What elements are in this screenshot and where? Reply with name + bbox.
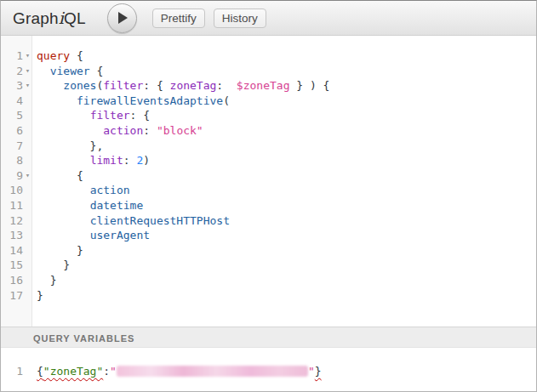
code-line: {"zoneTag":""}: [23, 364, 322, 379]
code-token: }: [37, 258, 70, 271]
code-token: {: [37, 365, 43, 378]
fold-arrow-icon[interactable]: ▾: [23, 168, 32, 184]
fold-gutter-spacer: [23, 198, 32, 213]
code-token: }: [37, 244, 83, 257]
line-number: 13: [1, 228, 23, 243]
variables-line: 1 {"zoneTag":""}: [1, 348, 536, 379]
query-editor[interactable]: 1▾query {2▾ viewer {3▾ zones(filter: { z…: [1, 36, 536, 327]
fold-gutter-spacer: [23, 213, 32, 229]
code-token: [37, 65, 50, 77]
code-token: datetime: [90, 199, 144, 212]
code-token: $zoneTag: [237, 79, 290, 92]
line-number: 3: [1, 78, 23, 94]
code-text: {: [32, 168, 83, 184]
code-line: 5 filter: {: [1, 108, 536, 123]
code-token: "zoneTag": [43, 365, 103, 378]
line-number: 2: [1, 64, 23, 79]
code-token: }: [315, 365, 322, 378]
fold-gutter-spacer: [23, 123, 32, 139]
query-variables-title: QUERY VARIABLES: [33, 333, 134, 344]
code-line: 9▾ {: [1, 168, 536, 184]
code-token: action: [90, 184, 130, 196]
code-token: firewallEventsAdaptive: [77, 94, 223, 107]
fold-gutter-spacer: [23, 94, 32, 109]
history-button[interactable]: History: [214, 9, 266, 28]
fold-gutter-spacer: [23, 108, 32, 123]
code-text: }: [32, 288, 43, 304]
toolbar: GraphiQL Prettify History: [1, 1, 536, 36]
code-token: "block": [157, 124, 203, 137]
fold-arrow-icon[interactable]: ▾: [23, 78, 32, 94]
code-line: 16 }: [1, 273, 536, 288]
line-number: 1: [1, 48, 23, 64]
code-token: [37, 79, 63, 92]
code-token: {: [37, 169, 83, 182]
execute-button[interactable]: [107, 3, 137, 33]
code-token: [37, 199, 90, 212]
fold-gutter-spacer: [23, 153, 32, 168]
code-line: 7 },: [1, 139, 536, 154]
line-number: 6: [1, 123, 23, 139]
line-number: 17: [1, 288, 23, 304]
code-token: limit: [90, 154, 123, 167]
code-text: zones(filter: { zoneTag: $zoneTag } ) {: [32, 78, 329, 94]
code-text: }: [32, 273, 56, 288]
code-text: }: [32, 258, 70, 273]
code-line: 2▾ viewer {: [1, 64, 536, 79]
line-number: 8: [1, 153, 23, 168]
code-token: (: [223, 94, 230, 107]
code-token: userAgent: [90, 229, 150, 241]
code-token: [37, 184, 90, 196]
logo-text-2: QL: [64, 9, 86, 27]
play-icon: [118, 12, 128, 24]
code-text: query {: [32, 48, 83, 64]
code-line: 6 action: "block": [1, 123, 536, 139]
code-text: userAgent: [32, 228, 150, 243]
code-token: :: [143, 124, 157, 137]
redacted-value: [117, 366, 308, 377]
fold-gutter-spacer: [23, 183, 32, 198]
fold-gutter-spacer: [23, 258, 32, 273]
code-token: action: [103, 124, 143, 137]
code-token: zoneTag: [170, 79, 217, 92]
code-token: {: [90, 65, 104, 77]
code-text: filter: {: [32, 108, 150, 123]
variables-editor[interactable]: 1 {"zoneTag":""}: [1, 348, 536, 391]
code-token: }: [37, 289, 43, 302]
code-token: [37, 94, 77, 107]
code-line: 8 limit: 2): [1, 153, 536, 168]
code-text: action: [32, 183, 130, 198]
fold-arrow-icon[interactable]: ▾: [23, 48, 32, 64]
code-token: [37, 229, 90, 241]
code-text: action: "block": [32, 123, 203, 139]
code-token: [37, 154, 90, 167]
code-token: filter: [103, 79, 143, 92]
prettify-button[interactable]: Prettify: [152, 9, 205, 28]
query-variables-header[interactable]: QUERY VARIABLES: [1, 327, 536, 348]
code-token: zones: [63, 79, 96, 92]
code-text: datetime: [32, 198, 143, 213]
code-token: }: [37, 274, 56, 287]
code-text: }: [32, 243, 83, 258]
line-number: 9: [1, 168, 23, 184]
line-number: 15: [1, 258, 23, 273]
line-number: 4: [1, 94, 23, 109]
code-token: {: [70, 49, 83, 62]
code-token: } ) {: [289, 79, 329, 92]
app-logo: GraphiQL: [13, 9, 86, 28]
logo-text-1: Graph: [13, 9, 59, 27]
fold-gutter-spacer: [23, 243, 32, 258]
query-code-lines: 1▾query {2▾ viewer {3▾ zones(filter: { z…: [1, 36, 536, 303]
code-token: :: [216, 79, 236, 92]
fold-arrow-icon[interactable]: ▾: [23, 64, 32, 79]
code-token: [37, 124, 103, 137]
code-token: ": [110, 365, 117, 378]
graphiql-window: GraphiQL Prettify History 1▾query {2▾ vi…: [0, 0, 537, 392]
code-token: viewer: [50, 65, 90, 77]
fold-gutter-spacer: [23, 228, 32, 243]
fold-gutter-spacer: [23, 273, 32, 288]
code-text: viewer {: [32, 64, 103, 79]
code-text: },: [32, 139, 103, 154]
code-line: 3▾ zones(filter: { zoneTag: $zoneTag } )…: [1, 78, 536, 94]
code-line: 1▾query {: [1, 48, 536, 64]
